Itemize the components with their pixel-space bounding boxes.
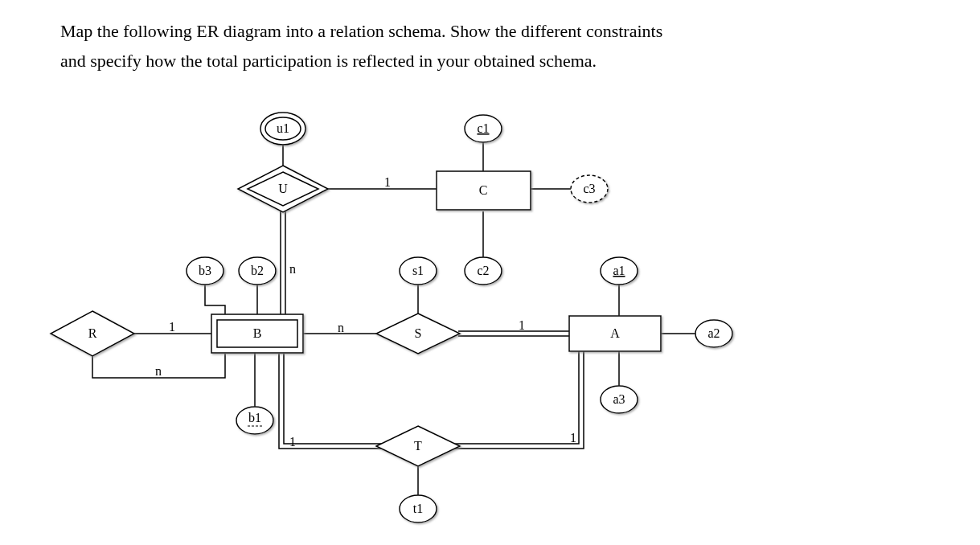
svg-text:S: S <box>415 326 422 340</box>
svg-text:b2: b2 <box>251 264 264 277</box>
attr-b1: b1 <box>236 407 273 434</box>
svg-text:C: C <box>479 183 488 197</box>
svg-text:c3: c3 <box>583 182 595 195</box>
attr-t1: t1 <box>400 495 437 522</box>
attr-b2: b2 <box>239 257 276 285</box>
svg-text:T: T <box>414 439 422 453</box>
svg-text:s1: s1 <box>412 264 424 277</box>
svg-text:U: U <box>278 182 288 195</box>
svg-text:a3: a3 <box>613 392 625 406</box>
entity-A: A <box>569 316 661 351</box>
attr-c3: c3 <box>571 175 608 203</box>
svg-text:A: A <box>610 326 620 340</box>
rel-T: T <box>376 426 460 466</box>
svg-text:b1: b1 <box>248 411 261 424</box>
entity-B: B <box>211 314 303 353</box>
card-U-B: n <box>289 262 296 276</box>
svg-text:R: R <box>88 326 97 340</box>
svg-text:b3: b3 <box>199 264 211 277</box>
attr-a1: a1 <box>601 257 638 285</box>
svg-text:B: B <box>253 326 262 340</box>
card-U-C: 1 <box>384 175 391 189</box>
attr-c2: c2 <box>465 257 502 285</box>
entity-C: C <box>437 171 531 210</box>
svg-text:c1: c1 <box>477 121 489 135</box>
rel-S: S <box>376 313 460 354</box>
svg-text:t1: t1 <box>413 502 423 515</box>
er-diagram: 1 n 1 n n 1 <box>0 0 980 545</box>
card-R-self: n <box>155 364 162 378</box>
attr-a2: a2 <box>695 320 732 347</box>
attr-u1: u1 <box>260 113 305 145</box>
svg-text:u1: u1 <box>277 121 289 135</box>
card-B-T: 1 <box>289 435 296 449</box>
card-T-A: 1 <box>570 431 576 445</box>
svg-text:c2: c2 <box>477 264 489 277</box>
attr-s1: s1 <box>400 257 437 285</box>
card-S-A: 1 <box>519 318 525 332</box>
svg-text:a2: a2 <box>707 326 720 340</box>
attr-b3: b3 <box>187 257 223 285</box>
card-R-B: 1 <box>169 320 175 334</box>
attr-a3: a3 <box>601 386 638 413</box>
svg-text:a1: a1 <box>613 264 625 277</box>
rel-U: U <box>238 166 328 212</box>
rel-R: R <box>51 311 134 356</box>
attr-c1: c1 <box>465 115 502 142</box>
card-B-S: n <box>338 321 344 334</box>
